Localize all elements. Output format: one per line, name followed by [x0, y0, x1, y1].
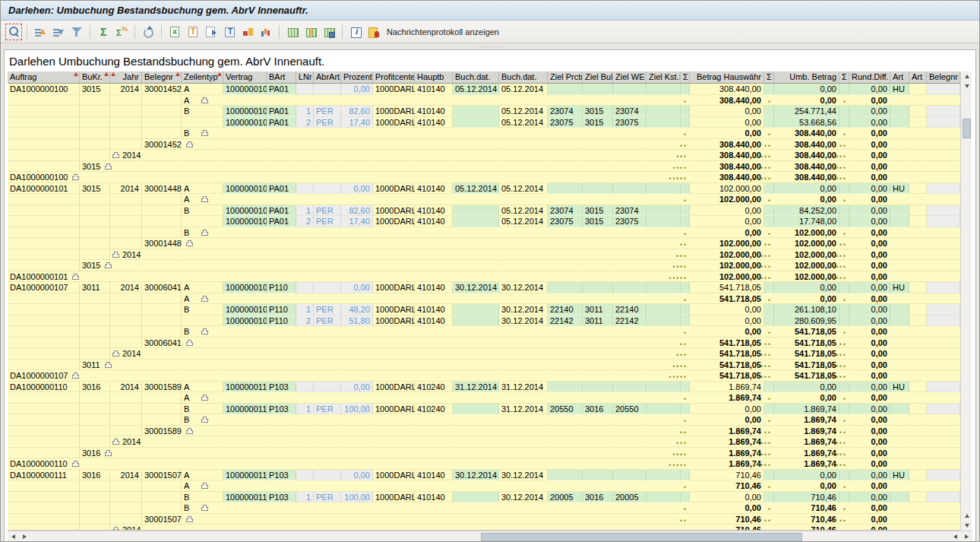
- cell-zielwe[interactable]: [613, 293, 646, 305]
- cell-vertrag[interactable]: [223, 458, 267, 470]
- cell-zielprctr[interactable]: [548, 480, 583, 492]
- cell-umb[interactable]: 17.748,00: [774, 216, 839, 227]
- cell-zielprctr[interactable]: [548, 271, 583, 283]
- cell-belegnr2[interactable]: [927, 117, 960, 128]
- cell-s2[interactable]: ▪▪▪▪▪: [764, 370, 774, 382]
- cell-bukr[interactable]: [80, 150, 110, 161]
- cell-zeilentyp[interactable]: A: [182, 84, 223, 95]
- cell-hauptb[interactable]: [415, 370, 453, 382]
- cell-bukr[interactable]: [80, 172, 110, 183]
- cell-zielwe[interactable]: [613, 249, 646, 261]
- cell-vertrag[interactable]: [223, 414, 267, 426]
- cell-art1[interactable]: [890, 480, 909, 492]
- cell-lnr[interactable]: [296, 502, 314, 514]
- drilldown-sum-icon[interactable]: [201, 507, 208, 511]
- cell-vertrag[interactable]: 1000000110: [223, 404, 267, 415]
- cell-vertrag[interactable]: [223, 194, 267, 205]
- cell-zielksts[interactable]: [646, 304, 681, 315]
- cell-prozent[interactable]: [341, 414, 373, 426]
- text-document-button[interactable]: [221, 24, 238, 40]
- cell-umb[interactable]: 254.771,44: [774, 106, 839, 117]
- cell-abrart[interactable]: [314, 448, 341, 459]
- cell-bukr[interactable]: [80, 293, 110, 305]
- cell-belegnr[interactable]: [142, 227, 182, 239]
- cell-zielbukr[interactable]: [583, 95, 613, 106]
- local-file-button[interactable]: [203, 24, 220, 40]
- cell-s1[interactable]: ▪▪▪▪: [681, 448, 690, 459]
- cell-belegnr[interactable]: [142, 128, 182, 139]
- cell-hauptb[interactable]: [415, 128, 453, 139]
- cell-lnr[interactable]: [296, 238, 314, 249]
- cell-vertrag[interactable]: 1000000107: [223, 282, 267, 293]
- column-header-profitcenter[interactable]: Profitcenter: [373, 71, 415, 84]
- sort-asc-button[interactable]: [32, 24, 49, 40]
- cell-jahr[interactable]: [110, 117, 142, 128]
- cell-zeilentyp[interactable]: A: [182, 183, 223, 195]
- cell-zielprctr[interactable]: [548, 392, 583, 404]
- cell-lnr[interactable]: [296, 370, 314, 382]
- cell-s2[interactable]: [764, 84, 774, 95]
- cell-zielbukr[interactable]: [583, 370, 613, 382]
- cell-bukr[interactable]: 3015: [80, 84, 110, 95]
- cell-jahr[interactable]: [110, 106, 142, 117]
- cell-s3[interactable]: ▪▪: [839, 338, 849, 349]
- drilldown-sum-icon[interactable]: [72, 463, 79, 467]
- cell-s2[interactable]: ▪: [764, 392, 774, 404]
- drilldown-sum-icon[interactable]: [112, 254, 119, 258]
- cell-art1[interactable]: [890, 338, 909, 349]
- cell-s3[interactable]: ▪: [839, 95, 849, 106]
- cell-buchdat1[interactable]: [453, 128, 499, 139]
- cell-abrart[interactable]: [314, 360, 341, 371]
- cell-bart[interactable]: P110: [267, 315, 296, 327]
- cell-belegnr[interactable]: [142, 525, 182, 531]
- cell-prozent[interactable]: [341, 249, 373, 261]
- cell-s3[interactable]: ▪▪▪: [839, 150, 849, 161]
- cell-umb[interactable]: 308.440,00: [774, 128, 839, 139]
- cell-vertrag[interactable]: [223, 238, 267, 249]
- cell-buchdat2[interactable]: [499, 414, 548, 426]
- cell-abrart[interactable]: [314, 426, 341, 437]
- cell-belegnr2[interactable]: [927, 370, 960, 382]
- cell-zielwe[interactable]: 20005: [613, 492, 646, 503]
- cell-abrart[interactable]: [314, 84, 341, 95]
- cell-umb[interactable]: 541.718,05: [774, 326, 839, 338]
- cell-hauptb[interactable]: [415, 338, 453, 349]
- cell-belegnr2[interactable]: [927, 282, 960, 293]
- cell-zielprctr[interactable]: [548, 514, 583, 525]
- cell-rund[interactable]: 0,00: [849, 514, 890, 525]
- cell-buchdat1[interactable]: 05.12.2014: [453, 84, 499, 95]
- cell-s2[interactable]: [764, 205, 774, 217]
- drilldown-sum-icon[interactable]: [186, 518, 193, 522]
- cell-art2[interactable]: [909, 426, 927, 437]
- drilldown-sum-icon[interactable]: [201, 397, 208, 401]
- cell-s1[interactable]: ▪▪▪▪: [681, 360, 690, 371]
- cell-s1[interactable]: ▪: [681, 392, 690, 404]
- cell-belegnr[interactable]: 30001589: [142, 426, 182, 437]
- cell-bukr[interactable]: [80, 436, 110, 448]
- cell-vertrag[interactable]: [223, 348, 267, 360]
- cell-art1[interactable]: [890, 370, 909, 382]
- cell-art1[interactable]: [890, 326, 909, 338]
- cell-lnr[interactable]: 1: [296, 106, 314, 117]
- cell-zielbukr[interactable]: [583, 84, 613, 95]
- cell-zielwe[interactable]: [613, 84, 646, 95]
- cell-betrag[interactable]: 541.718,05: [690, 338, 764, 349]
- cell-vertrag[interactable]: 1000000100: [223, 106, 267, 117]
- cell-rund[interactable]: 0,00: [849, 492, 890, 503]
- cell-jahr[interactable]: [110, 95, 142, 106]
- cell-betrag[interactable]: 1.869,74: [690, 426, 764, 437]
- cell-zeilentyp[interactable]: B: [182, 326, 223, 338]
- cell-vertrag[interactable]: [223, 271, 267, 283]
- cell-vertrag[interactable]: [223, 338, 267, 349]
- cell-zielprctr[interactable]: [548, 128, 583, 139]
- cell-zielksts[interactable]: [646, 282, 681, 293]
- cell-zielwe[interactable]: [613, 183, 646, 195]
- cell-prozent[interactable]: [341, 139, 373, 151]
- cell-profitcenter[interactable]: [373, 392, 415, 404]
- cell-lnr[interactable]: 1: [296, 492, 314, 503]
- cell-zielksts[interactable]: [646, 128, 681, 139]
- cell-s2[interactable]: ▪▪▪: [764, 436, 774, 448]
- cell-s1[interactable]: [681, 117, 690, 128]
- cell-s3[interactable]: ▪: [839, 326, 849, 338]
- cell-lnr[interactable]: 2: [296, 315, 314, 327]
